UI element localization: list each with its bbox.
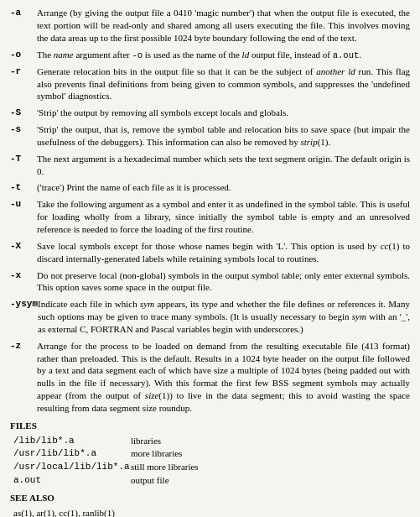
flag-S-label: -S [10,107,37,119]
files-path-2: /usr/lib/lib*.a [13,447,131,460]
flag-z-label: -z [10,340,37,352]
flag-ysym-row: -ysym Indicate each file in which sym ap… [10,298,410,336]
see-also-content: as(1), ar(1), cc(1), ranlib(1) [13,507,410,517]
flag-z-desc: Arrange for the process to be loaded on … [37,340,410,415]
files-row-2: /usr/lib/lib*.a more libraries [13,447,410,460]
flag-T-desc: The next argument is a hexadecimal numbe… [37,153,410,178]
flag-x-row: -x Do not preserve local (non-global) sy… [10,269,410,295]
flag-X-label: -X [10,240,37,253]
files-row-1: /lib/lib*.a libraries [13,435,410,447]
flag-u-desc: Take the following argument as a symbol … [37,198,410,236]
man-page-content: -a Arrange (by giving the output file a … [10,7,410,517]
flag-t-label: -t [10,181,37,194]
see-also-section: SEE ALSO as(1), ar(1), cc(1), ranlib(1) [10,492,410,517]
flag-T-label: -T [10,153,37,165]
flag-x-label: -x [10,269,37,282]
flag-a-desc: Arrange (by giving the output file a 041… [37,7,410,44]
files-path-4: a.out [13,474,131,487]
flag-T-row: -T The next argument is a hexadecimal nu… [10,153,410,178]
flag-S-row: -S 'Strip' the output by removing all sy… [10,107,410,119]
flag-s-row: -s 'Strip' the output, that is, remove t… [10,123,410,149]
files-header: FILES [10,420,410,432]
files-desc-1: libraries [131,435,161,447]
flag-a-row: -a Arrange (by giving the output file a … [10,7,410,44]
flags-section: -a Arrange (by giving the output file a … [10,7,410,415]
flag-a-label: -a [10,7,37,19]
files-path-3: /usr/local/lib/lib*.a [13,461,131,473]
flag-ysym-label: -ysym [10,298,38,311]
files-section: FILES /lib/lib*.a libraries /usr/lib/lib… [10,420,410,487]
files-desc-3: still more libraries [131,461,199,473]
flag-z-row: -z Arrange for the process to be loaded … [10,340,410,415]
files-path-1: /lib/lib*.a [13,435,131,447]
flag-t-desc: ('trace') Print the name of each file as… [37,181,410,194]
flag-u-row: -u Take the following argument as a symb… [10,198,410,236]
flag-o-label: -o [10,49,37,61]
files-row-4: a.out output file [13,474,410,487]
flag-r-desc: Generate relocation bits in the output f… [37,65,410,103]
flag-s-label: -s [10,123,37,136]
flag-t-row: -t ('trace') Print the name of each file… [10,181,410,194]
flag-o-row: -o The name argument after -o is used as… [10,49,410,61]
files-row-3: /usr/local/lib/lib*.a still more librari… [13,461,410,473]
flag-u-label: -u [10,198,37,211]
see-also-header: SEE ALSO [10,492,410,504]
files-desc-2: more libraries [131,447,182,460]
flag-o-desc: The name argument after -o is used as th… [37,49,410,61]
flag-X-row: -X Save local symbols except for those w… [10,240,410,265]
flag-S-desc: 'Strip' the output by removing all symbo… [37,107,410,119]
flag-r-row: -r Generate relocation bits in the outpu… [10,65,410,103]
flag-s-desc: 'Strip' the output, that is, remove the … [37,123,410,149]
files-table: /lib/lib*.a libraries /usr/lib/lib*.a mo… [13,435,410,487]
files-desc-4: output file [131,474,169,487]
flag-x-desc: Do not preserve local (non-global) symbo… [37,269,410,295]
flag-ysym-desc: Indicate each file in which sym appears,… [38,298,410,336]
flag-r-label: -r [10,65,37,78]
flag-X-desc: Save local symbols except for those whos… [37,240,410,265]
